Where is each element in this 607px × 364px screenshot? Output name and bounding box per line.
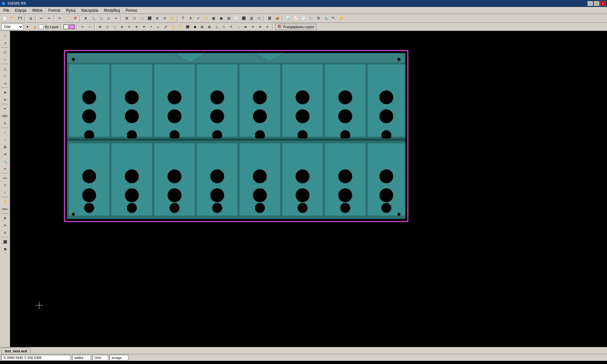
tool-measure[interactable]: 📏 (1, 198, 9, 205)
tb-btn-18[interactable]: ▣ (218, 15, 224, 22)
layer-dropdown[interactable]: DIM 0 Layer1 (1, 24, 23, 30)
restore-button[interactable]: □ (594, 1, 599, 6)
lr-btn-7[interactable]: ▼ (141, 24, 147, 30)
tool-copy2[interactable]: ⇧ (1, 182, 9, 189)
ortho-status[interactable]: Orto (92, 355, 108, 361)
lr-btn-16[interactable]: ▥ (206, 24, 212, 30)
tb-btn-25[interactable]: 📦 (274, 15, 281, 22)
tool-zoom-in[interactable]: ⊕ (1, 89, 9, 96)
snap-status[interactable]: ściaga (109, 355, 128, 361)
lr-btn-9[interactable]: ↙ (155, 24, 162, 30)
lr-btn-21[interactable]: ⇄ (242, 24, 249, 30)
layer-lock-btn[interactable]: 🔓 (32, 24, 38, 30)
tool-rect[interactable]: □ (1, 72, 9, 79)
lr-btn-20[interactable]: ⟂ (235, 24, 242, 30)
canvas-area[interactable] (10, 31, 607, 347)
lr-btn-1[interactable]: ⊞ (97, 24, 103, 30)
zoom-out[interactable]: 🔍 (97, 15, 104, 22)
tool-trim[interactable]: ✂ (1, 165, 9, 172)
tool-settings[interactable]: ⚙ (1, 215, 9, 221)
tool-arc[interactable]: ◁ (1, 80, 9, 87)
tool-circle[interactable]: ○ (1, 56, 9, 63)
tool-spline[interactable]: ⟍ (1, 136, 9, 143)
lr-btn-24[interactable]: ✕ (264, 24, 271, 30)
tool-rotate[interactable]: ↺ (1, 151, 9, 158)
tb-btn-30[interactable]: ⚙ (315, 15, 322, 22)
tb-btn-10[interactable]: ⊗ (154, 15, 161, 22)
tb-btn-12[interactable]: 📐 (169, 15, 176, 22)
open-button[interactable]: 📂 (9, 15, 16, 22)
lr-btn-3[interactable]: ⬚ (112, 24, 118, 30)
lr-btn-15[interactable]: ▤ (199, 24, 205, 30)
tool-polygon[interactable]: ⬡ (1, 49, 9, 56)
tb-btn-17[interactable]: ▦ (210, 15, 217, 22)
zoom-fit[interactable]: ⊕ (82, 15, 89, 22)
lr-btn-6[interactable]: ⊗ (133, 24, 140, 30)
color-swatch-pink[interactable] (70, 25, 75, 29)
tb-btn-7[interactable]: ⬡ (131, 15, 138, 22)
line-weight-btn[interactable]: — (86, 24, 93, 30)
color-swatch-white[interactable] (64, 25, 69, 29)
lr-btn-18[interactable]: ⬡ (221, 24, 227, 30)
tool-arrow[interactable]: ↗ (1, 39, 9, 46)
by-layer-checkbox[interactable] (39, 25, 43, 29)
line-type-btn[interactable]: ━ (79, 24, 85, 30)
tb-btn-14[interactable]: A (187, 15, 194, 22)
tool-snap[interactable]: ⊙ (1, 229, 9, 236)
menu-modyfikuj[interactable]: Modyfikuj (101, 7, 123, 14)
tool-zoom-out[interactable]: ⊖ (1, 96, 9, 103)
lr-btn-13[interactable]: ⬛ (184, 24, 191, 30)
tool-triangle[interactable]: △ (1, 65, 9, 72)
parts-browser-button[interactable]: 📚 Przeglądarka części (275, 24, 316, 30)
tb-btn-27[interactable]: 📈 (292, 15, 299, 22)
layer-color-btn[interactable]: ▼ (24, 24, 31, 30)
tb-btn-33[interactable]: 🔑 (338, 15, 345, 22)
tool-hatch[interactable]: ✎ (1, 120, 9, 127)
lr-btn-19[interactable]: ↺ (228, 24, 234, 30)
lr-btn-5[interactable]: ⊙ (126, 24, 132, 30)
redo-button[interactable]: ↪ (46, 15, 52, 22)
lr-btn-10[interactable]: 🖉 (162, 24, 169, 30)
menu-pomoc[interactable]: Pomoc (123, 7, 140, 14)
new-button[interactable]: 📄 (1, 15, 8, 22)
lr-btn-2[interactable]: ⬡ (104, 24, 111, 30)
tb-btn-24[interactable]: 🖼 (266, 15, 273, 22)
lr-btn-23[interactable]: ★ (257, 24, 263, 30)
zoom-prev[interactable]: ↩ (113, 15, 120, 22)
tb-btn-26[interactable]: 📊 (285, 15, 291, 22)
tool-pencil[interactable]: ✏ (1, 105, 9, 112)
tb-btn-13[interactable]: T (180, 15, 187, 22)
tool-layer-mgr[interactable]: 🔳 (1, 246, 9, 252)
lr-btn-11[interactable]: 📐 (170, 24, 176, 30)
zoom-window[interactable]: ◻ (105, 15, 112, 22)
zoom-in[interactable]: 🔍 (90, 15, 97, 22)
copy-button[interactable]: 📋 (64, 15, 71, 22)
menu-format[interactable]: Format (46, 7, 63, 14)
menu-widok[interactable]: Widok (29, 7, 45, 14)
minimize-button[interactable]: ─ (587, 1, 593, 6)
tb-btn-31[interactable]: 🔩 (322, 15, 329, 22)
tool-line[interactable]: ⟋ (1, 129, 9, 136)
lr-btn-22[interactable]: ✦ (250, 24, 256, 30)
tool-delete[interactable]: ✕ (1, 222, 9, 229)
menu-plik[interactable]: Plik (1, 7, 12, 14)
tb-btn-6[interactable]: ⊞ (123, 15, 130, 22)
menu-narzedzia[interactable]: Narzędzia (79, 7, 101, 14)
tb-btn-16[interactable]: 📏 (202, 15, 209, 22)
tool-grid[interactable]: ⊞ (1, 143, 9, 150)
tool-fill[interactable]: ⬛ (1, 238, 9, 245)
save-button[interactable]: 💾 (16, 15, 23, 22)
paste-button[interactable]: 📌 (71, 15, 78, 22)
tb-btn-22[interactable]: ▥ (248, 15, 255, 22)
menu-rysuj[interactable]: Rysuj (64, 7, 78, 14)
tb-btn-8[interactable]: ⬚ (138, 15, 145, 22)
tb-btn-23[interactable]: ⬡ (255, 15, 262, 22)
tool-text[interactable]: ABC (1, 112, 9, 119)
menu-edycja[interactable]: Edycja (12, 7, 29, 14)
tb-btn-29[interactable]: 🔧 (307, 15, 314, 22)
lr-btn-4[interactable]: ⊕ (119, 24, 125, 30)
grid-status[interactable]: siatka (72, 355, 91, 361)
tool-select[interactable]: ↕ (1, 32, 9, 39)
print-button[interactable]: 🖨 (27, 15, 34, 22)
tool-zoom-win[interactable]: 🔍 (1, 158, 9, 165)
